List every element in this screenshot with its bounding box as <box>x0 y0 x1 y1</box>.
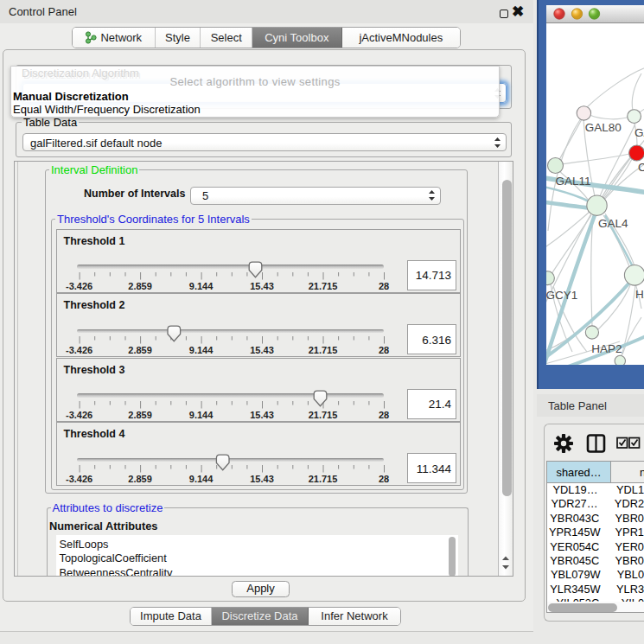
svg-text:GCY1: GCY1 <box>546 289 577 302</box>
svg-text:C: C <box>638 161 644 174</box>
svg-text:GAL4: GAL4 <box>598 217 628 230</box>
svg-text:HAP2: HAP2 <box>591 342 622 355</box>
svg-text:GAL11: GAL11 <box>556 175 591 188</box>
svg-text:GAL80: GAL80 <box>585 121 622 134</box>
svg-text:GA: GA <box>634 126 644 139</box>
svg-text:HA: HA <box>635 288 644 301</box>
